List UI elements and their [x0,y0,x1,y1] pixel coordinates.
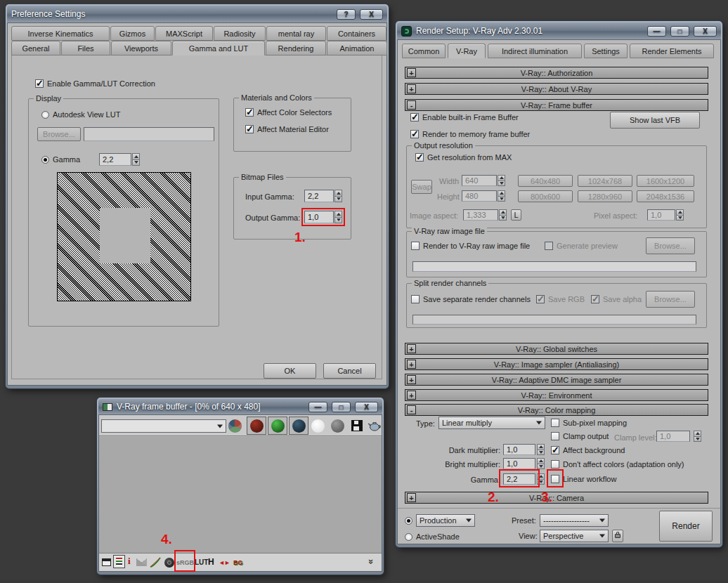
exposure-correction-icon[interactable] [164,558,174,568]
maximize-button[interactable]: □ [332,402,351,412]
input-gamma-field[interactable]: 2,2 [304,190,334,202]
tab-animation[interactable]: Animation [327,41,387,55]
enable-frame-buffer-checkbox[interactable]: Enable built-in Frame Buffer [410,113,519,122]
generate-preview-checkbox[interactable]: Generate preview [545,242,618,250]
render-last-icon[interactable] [368,419,382,432]
dark-multiplier-field[interactable]: 1,0 [503,444,535,455]
autodesk-view-lut-radio[interactable]: Autodesk View LUT [41,110,120,119]
width-spinner[interactable] [498,175,505,186]
rollup-environment[interactable]: + V-Ray:: Environment [405,389,708,401]
close-button[interactable]: X [360,9,383,20]
duplicate-to-max-icon[interactable] [102,558,111,566]
tab-indirect-illumination[interactable]: Indirect illumination [488,44,582,58]
width-field[interactable]: 640 [462,175,497,186]
rollup-image-sampler[interactable]: + V-Ray:: Image sampler (Antialiasing) [405,358,708,370]
expand-icon[interactable]: + [407,391,416,400]
preset-1600x1200-button[interactable]: 1600x1200 [637,175,694,187]
lut-path-field[interactable] [84,127,214,141]
preset-640x480-button[interactable]: 640x480 [518,175,573,187]
type-dropdown[interactable]: Linear multiply [438,417,545,429]
clamp-level-spinner[interactable] [694,431,701,442]
preset-2048x1536-button[interactable]: 2048x1536 [637,190,694,202]
ok-button[interactable]: OK [264,363,316,379]
rollup-color-mapping[interactable]: - V-Ray:: Color mapping [405,404,708,416]
raw-path-field[interactable] [412,261,696,272]
save-alpha-checkbox[interactable]: Save alpha [591,295,642,303]
split-path-field[interactable] [412,315,696,325]
help-button[interactable]: ? [337,9,356,20]
expand-icon[interactable]: + [407,360,416,369]
height-field[interactable]: 480 [462,190,497,202]
clamp-level-field[interactable]: 1,0 [656,431,690,442]
tab-settings[interactable]: Settings [584,44,628,58]
preset-800x600-button[interactable]: 800x600 [518,190,573,202]
vfb-titlebar[interactable]: V-Ray frame buffer - [0% of 640 x 480] —… [98,399,382,414]
lut-toggle-icon[interactable]: LUT [195,558,208,566]
clamp-output-checkbox[interactable]: Clamp output [551,432,609,440]
curve-correction-icon[interactable] [150,557,161,568]
save-rgb-checkbox[interactable]: Save RGB [536,295,585,303]
swap-button[interactable]: Swap [411,180,432,194]
tab-mental-ray[interactable]: mental ray [266,26,326,41]
tab-gamma-and-lut[interactable]: Gamma and LUT [172,41,265,55]
icc-toggle-icon[interactable]: H [208,557,214,567]
raw-browse-button[interactable]: Browse... [646,237,695,254]
render-setup-titlebar[interactable]: Render Setup: V-Ray Adv 2.30.01 — □ X [397,22,721,39]
tab-inverse-kinematics[interactable]: Inverse Kinematics [11,26,110,41]
affect-material-editor-checkbox[interactable]: Affect Material Editor [245,125,329,133]
rollup-camera[interactable]: + V-Ray:: Camera [405,492,708,504]
collapse-toolbar-icon[interactable]: » [366,559,377,564]
red-channel-button[interactable] [247,417,266,435]
tab-render-elements[interactable]: Render Elements [630,44,714,58]
tab-maxscript[interactable]: MAXScript [155,26,213,41]
dark-multiplier-spinner[interactable] [537,444,545,455]
affect-background-checkbox[interactable]: Affect background [551,446,625,454]
split-browse-button[interactable]: Browse... [646,291,695,308]
view-dropdown[interactable]: Perspective [540,530,609,542]
background-toggle-icon[interactable]: BG [233,559,243,566]
preset-dropdown[interactable]: ------------------ [540,514,609,527]
production-radio[interactable] [405,517,412,525]
gamma-radio[interactable]: Gamma [41,155,80,164]
render-button[interactable]: Render [659,511,713,542]
dont-affect-colors-checkbox[interactable]: Don't affect colors (adaptation only) [551,460,684,469]
close-button[interactable]: X [355,402,378,412]
preference-titlebar[interactable]: Preference Settings ? X [7,6,387,22]
preset-1024x768-button[interactable]: 1024x768 [578,175,632,187]
tab-common[interactable]: Common [402,44,446,58]
cancel-button[interactable]: Cancel [323,363,376,379]
tab-general[interactable]: General [11,41,60,55]
green-channel-button[interactable] [268,417,287,435]
rollup-adaptive-dmc[interactable]: + V-Ray:: Adaptive DMC image sampler [405,374,708,386]
blue-channel-button[interactable] [289,417,308,435]
get-resolution-checkbox[interactable]: Get resolution from MAX [415,153,512,162]
sub-pixel-checkbox[interactable]: Sub-pixel mapping [551,419,627,427]
pixel-info-icon[interactable]: i [128,556,131,567]
collapse-icon[interactable]: - [407,100,416,110]
force-clamp-icon[interactable] [136,558,147,566]
save-image-icon[interactable] [351,420,363,431]
maximize-button[interactable]: □ [670,26,689,37]
expand-icon[interactable]: + [407,493,416,502]
tab-viewports[interactable]: Viewports [111,41,171,55]
save-separate-checkbox[interactable]: Save separate render channels [411,295,531,303]
lock-aspect-button[interactable]: L [511,209,521,221]
image-aspect-field[interactable]: 1,333 [463,209,498,221]
height-spinner[interactable] [498,190,505,202]
display-gamma-spinner[interactable] [132,153,140,166]
rollup-authorization[interactable]: + V-Ray:: Authorization [405,67,708,79]
bright-multiplier-field[interactable]: 1,0 [503,458,535,469]
expand-icon[interactable]: + [407,84,416,93]
pixel-aspect-spinner[interactable] [676,209,684,221]
bright-multiplier-spinner[interactable] [537,458,545,469]
rollup-global-switches[interactable]: + V-Ray:: Global switches [405,343,708,355]
input-gamma-spinner[interactable] [334,190,342,202]
expand-icon[interactable]: + [407,68,416,77]
rollup-frame-buffer[interactable]: - V-Ray:: Frame buffer [405,99,708,111]
activeshade-radio[interactable]: ActiveShade [405,532,460,541]
image-aspect-spinner[interactable] [499,209,507,221]
show-last-vfb-button[interactable]: Show last VFB [610,112,700,129]
tab-rendering[interactable]: Rendering [266,41,326,55]
render-raw-checkbox[interactable]: Render to V-Ray raw image file [411,242,530,250]
tab-vray[interactable]: V-Ray [448,44,486,58]
